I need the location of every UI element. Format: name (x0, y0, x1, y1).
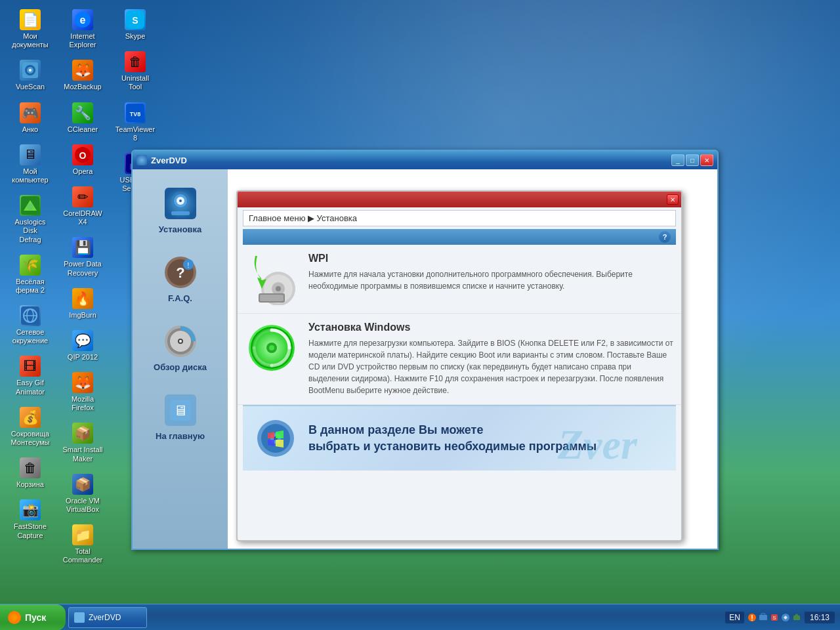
desktop-icon-auslogics[interactable]: Auslogics DiskDefrag (7, 192, 54, 247)
close-button[interactable]: ✕ (700, 154, 713, 166)
sidebar-item-disk-view[interactable]: Обзор диска (139, 320, 221, 376)
disk-view-label: Обзор диска (154, 362, 207, 372)
svg-point-37 (179, 340, 182, 343)
auslogics-label: Auslogics DiskDefrag (9, 218, 51, 244)
vuescan-icon (20, 60, 41, 81)
svg-text:O: O (79, 150, 87, 161)
network-label: Сетевоеокружение (12, 328, 48, 345)
faststone-icon: 📸 (20, 499, 41, 520)
desktop-icon-skype[interactable]: S Skype (112, 7, 159, 43)
desktop-icons-container: 📄 Моидокументы VueScan 🎮 Анко 🖥 Мойкомпь… (7, 7, 148, 568)
svg-rect-58 (759, 615, 767, 620)
taskbar-app-zverdvd[interactable]: ZverDVD (68, 607, 147, 628)
svg-point-57 (751, 620, 753, 621)
maximize-button[interactable]: □ (686, 154, 699, 166)
wininstall-text: Установка Windows Нажмите для перезагруз… (308, 322, 673, 396)
taskbar-right: EN S 16:13 (720, 612, 840, 623)
wininstall-desc: Нажмите для перезагрузки компьютера. Зай… (308, 337, 673, 396)
install-label: Установка (159, 224, 202, 234)
desktop-icon-corel[interactable]: ✏ CorelDRAW X4 (59, 184, 106, 229)
svg-point-44 (276, 286, 281, 291)
smart-icon: 📦 (72, 423, 93, 444)
desktop-icon-power[interactable]: 💾 Power DataRecovery (59, 234, 106, 280)
network-icon (20, 305, 41, 326)
mozback-label: MozBackup (64, 83, 101, 91)
desktop-icon-sokr[interactable]: 💰 СокровищаМонтесумы (7, 404, 54, 450)
tray-icon-1 (747, 612, 757, 623)
svg-text:S: S (772, 615, 776, 621)
anko-icon: 🎮 (20, 102, 41, 123)
wininstall-icon (245, 322, 298, 374)
desktop-icon-ccleaner[interactable]: 🔧 CCleaner (59, 100, 106, 136)
taskbar-lang: EN (725, 612, 744, 623)
desktop-icon-my-docs[interactable]: 📄 Моидокументы (7, 7, 54, 52)
tray-icons: S (747, 612, 802, 623)
svg-point-5 (27, 203, 33, 210)
desktop-icon-totalcmd[interactable]: 📁 TotalCommander (59, 522, 106, 567)
desktop-icon-network[interactable]: Сетевоеокружение (7, 303, 54, 348)
desktop-icon-ie[interactable]: e InternetExplorer (59, 7, 106, 52)
desktop-icon-mycomp[interactable]: 🖥 Мойкомпьютер (7, 142, 54, 187)
minimize-button[interactable]: _ (671, 154, 684, 166)
desktop-icon-faststone[interactable]: 📸 FastStoneCapture (7, 497, 54, 542)
sidebar-item-home[interactable]: 🖥 На главную (139, 389, 221, 445)
sidebar-item-faq[interactable]: ? ! F.A.Q. (139, 251, 221, 307)
anko-label: Анко (22, 125, 38, 134)
tray-icon-3: S (769, 612, 780, 623)
desktop-icon-teamviewer[interactable]: TV8 TeamViewer 8 (112, 100, 159, 145)
taskbar-apps: ZverDVD (66, 607, 720, 628)
svg-text:e: e (80, 14, 86, 26)
svg-rect-27 (171, 211, 190, 215)
wpi-text: WPI Нажмите для начала установки дополни… (308, 253, 673, 292)
my-docs-icon: 📄 (20, 9, 41, 30)
qip-icon: 💬 (72, 330, 93, 351)
my-docs-label: Моидокументы (12, 32, 49, 49)
desktop-icon-uninstall[interactable]: 🗑 Uninstall Tool (112, 49, 159, 94)
desktop-icon-farm[interactable]: 🌾 Весёлаяферма 2 (7, 252, 54, 297)
totalcmd-icon: 📁 (72, 524, 93, 545)
wpi-title: WPI (308, 253, 673, 264)
farm-icon: 🌾 (20, 255, 41, 276)
wpi-desc: Нажмите для начала установки дополнитель… (308, 268, 673, 292)
breadcrumb: Главное меню ▶ Установка (243, 210, 676, 226)
virtualbox-icon: 📦 (72, 474, 93, 495)
taskbar-clock: 16:13 (805, 612, 835, 623)
window-controls: _ □ ✕ (671, 154, 713, 166)
ie-icon: e (72, 9, 93, 30)
desktop-icon-opera[interactable]: O Opera (59, 142, 106, 178)
desktop-icon-qip[interactable]: 💬 QIP 2012 (59, 327, 106, 364)
wininstall-title: Установка Windows (308, 322, 673, 333)
wpi-icon (245, 253, 298, 305)
faq-icon: ? ! (163, 255, 198, 289)
desktop-icon-anko[interactable]: 🎮 Анко (7, 100, 54, 136)
power-icon: 💾 (72, 237, 93, 258)
desktop-icon-gif[interactable]: 🎞 Easy GifAnimator (7, 353, 54, 398)
wpi-section[interactable]: WPI Нажмите для начала установки дополни… (238, 245, 681, 314)
desktop-icon-mozback[interactable]: 🦊 MozBackup (59, 57, 106, 94)
inner-close-button[interactable]: ✕ (667, 194, 679, 205)
tray-icon-2 (758, 612, 768, 623)
desktop-icon-trash[interactable]: 🗑 Корзина (7, 455, 54, 492)
svg-text:TV8: TV8 (130, 111, 141, 117)
taskbar-app-label: ZverDVD (89, 613, 121, 622)
totalcmd-label: TotalCommander (63, 547, 103, 564)
desktop-icon-smart[interactable]: 📦 Smart InstallMaker (59, 420, 106, 465)
desktop-icon-firefox[interactable]: 🦊 Mozilla Firefox (59, 369, 106, 415)
farm-label: Весёлаяферма 2 (16, 278, 45, 295)
skype-label: Skype (125, 32, 146, 41)
desktop-icon-virtualbox[interactable]: 📦 Oracle VMVirtualBox (59, 471, 106, 516)
svg-text:?: ? (176, 264, 184, 281)
install-icon (163, 186, 198, 220)
mycomp-icon: 🖥 (20, 144, 41, 165)
help-button[interactable]: ? (659, 231, 671, 243)
desktop-icon-imgburn[interactable]: 🔥 ImgBurn (59, 285, 106, 322)
svg-text:🖥: 🖥 (173, 402, 188, 419)
sidebar-item-install[interactable]: Установка (139, 182, 221, 238)
teamviewer-icon: TV8 (125, 102, 146, 123)
start-button[interactable]: Пуск (0, 604, 66, 631)
opera-icon: O (72, 144, 93, 165)
desktop-icon-vuescan[interactable]: VueScan (7, 57, 54, 94)
taskbar-app-icon (74, 612, 85, 623)
tray-icon-4 (780, 612, 791, 623)
wininstall-section[interactable]: Установка Windows Нажмите для перезагруз… (238, 314, 681, 405)
